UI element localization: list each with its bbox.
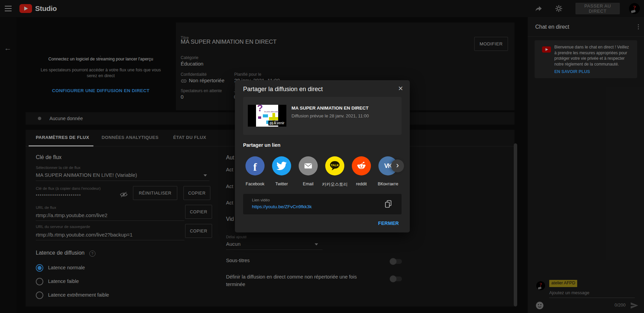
reddit-icon[interactable] [352, 156, 371, 175]
close-icon[interactable]: × [398, 84, 403, 93]
svg-text:TALK: TALK [331, 163, 339, 167]
thumb-caption: les petits débrouillards [264, 111, 280, 113]
upcoming-badge-text: À venir [274, 121, 284, 125]
dialog-title: Partager la diffusion en direct [243, 86, 323, 93]
share-dialog: Partager la diffusion en direct × ? les … [235, 80, 410, 232]
video-link-label: Lien vidéo [252, 198, 270, 202]
video-thumbnail: ? les petits débrouillards ((•)) À venir [248, 105, 286, 127]
vkontakte-label[interactable]: ВКонтакте [373, 182, 403, 186]
youtube-studio-live-dashboard: Studio PASSER AU DIRECT ? ← ! Con [0, 0, 644, 313]
share-link-heading: Partager un lien [243, 142, 281, 148]
twitter-label[interactable]: Twitter [266, 182, 297, 186]
copy-icon[interactable] [385, 200, 392, 208]
broadcast-icon: ((•)) [270, 122, 273, 125]
email-icon[interactable] [299, 156, 318, 175]
facebook-icon[interactable]: f [245, 156, 265, 175]
video-summary-card: ? les petits débrouillards ((•)) À venir… [243, 97, 402, 135]
facebook-label[interactable]: Facebook [240, 182, 270, 186]
upcoming-badge: ((•)) À venir [268, 120, 286, 126]
dialog-close-button[interactable]: FERMER [376, 220, 401, 226]
video-link-url[interactable]: https://youtu.be/ZFvCn9fkk3k [252, 204, 312, 209]
kakaostory-label[interactable]: 카카오스토리 [319, 182, 350, 187]
more-networks-chevron[interactable]: › [391, 159, 404, 172]
dialog-video-schedule: Diffusion prévue le 28 janv. 2021, 11:00 [291, 113, 369, 118]
thumb-question-mark: ? [257, 105, 263, 114]
reddit-label[interactable]: reddit [346, 182, 377, 186]
kakaostory-icon[interactable]: TALK [325, 156, 344, 175]
twitter-icon[interactable] [272, 156, 291, 175]
video-link-card: Lien vidéo https://youtu.be/ZFvCn9fkk3k [243, 194, 402, 214]
dialog-video-title: MA SUPER ANIMATION EN DIRECT [291, 105, 369, 111]
email-label[interactable]: Email [293, 182, 324, 186]
vk-glyph: VK [384, 162, 392, 170]
facebook-f-glyph: f [253, 161, 257, 173]
